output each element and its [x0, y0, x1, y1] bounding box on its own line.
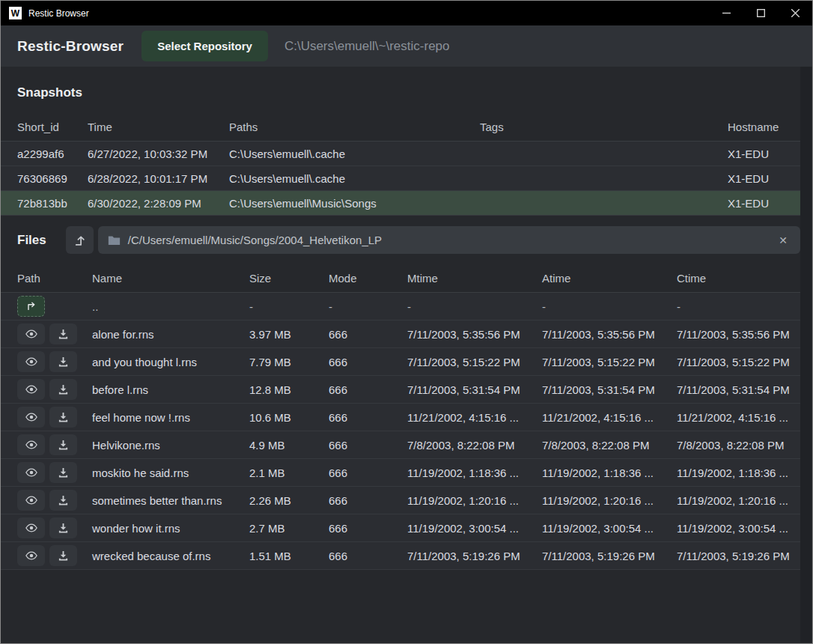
file-name: sometimes better than.rns [92, 494, 249, 507]
file-mtime: 7/11/2003, 5:19:26 PM [407, 550, 542, 562]
col-tags: Tags [480, 121, 728, 133]
download-file-button[interactable] [49, 379, 77, 400]
file-mtime: 11/19/2002, 3:00:54 ... [407, 522, 542, 535]
snapshot-row[interactable]: a2299af6 6/27/2022, 10:03:32 PM C:\Users… [1, 142, 800, 166]
snapshot-time: 6/30/2022, 2:28:09 PM [88, 197, 229, 210]
file-atime: 11/21/2002, 4:15:16 ... [542, 411, 677, 424]
file-row[interactable]: before l.rns 12.8 MB 666 7/11/2003, 5:31… [1, 376, 800, 404]
col-name: Name [92, 272, 249, 285]
close-button[interactable] [778, 1, 812, 25]
file-row[interactable]: sometimes better than.rns 2.26 MB 666 11… [1, 487, 800, 514]
snapshot-hostname: X1-EDU [728, 172, 800, 185]
file-mode: 666 [329, 439, 407, 452]
col-path: Path [17, 272, 92, 285]
close-icon [791, 9, 800, 17]
file-ctime: 7/11/2003, 5:19:26 PM [677, 550, 800, 562]
file-name: and you thought l.rns [92, 356, 249, 368]
preview-file-button[interactable] [17, 434, 45, 455]
maximize-icon [757, 9, 765, 17]
download-file-button[interactable] [49, 407, 77, 428]
snapshot-short-id: 72b813bb [17, 197, 88, 210]
download-file-button[interactable] [49, 517, 77, 538]
snapshot-short-id: 76306869 [17, 172, 88, 185]
preview-file-button[interactable] [17, 379, 45, 400]
download-icon [58, 495, 69, 506]
download-icon [58, 384, 69, 395]
file-atime: 11/19/2002, 1:20:16 ... [542, 494, 677, 507]
file-mtime: 11/19/2002, 1:20:16 ... [407, 494, 542, 507]
snapshot-time: 6/28/2022, 10:01:17 PM [88, 172, 229, 185]
file-row[interactable]: feel home now !.rns 10.6 MB 666 11/21/20… [1, 404, 800, 431]
download-file-button[interactable] [49, 462, 77, 483]
download-file-button[interactable] [49, 351, 77, 372]
path-bar[interactable]: /C/Users/emuell/Music/Songs/2004_Helveti… [98, 226, 800, 254]
go-parent-button[interactable] [17, 296, 45, 317]
path-root-button[interactable] [66, 226, 94, 254]
file-size: - [249, 300, 329, 313]
maximize-button[interactable] [743, 1, 778, 25]
file-size: 4.9 MB [249, 439, 329, 452]
snapshot-row-selected[interactable]: 72b813bb 6/30/2022, 2:28:09 PM C:\Users\… [1, 191, 800, 216]
files-title: Files [17, 233, 46, 248]
col-size: Size [249, 272, 329, 285]
file-name: .. [92, 300, 249, 313]
download-file-button[interactable] [49, 490, 77, 511]
file-size: 2.7 MB [249, 522, 329, 535]
snapshot-hostname: X1-EDU [728, 148, 800, 160]
eye-icon [25, 550, 38, 561]
clear-path-button[interactable]: ✕ [776, 233, 791, 248]
preview-file-button[interactable] [17, 462, 45, 483]
download-file-button[interactable] [49, 323, 77, 344]
eye-icon [25, 329, 38, 339]
current-path[interactable]: /C/Users/emuell/Music/Songs/2004_Helveti… [128, 234, 776, 246]
preview-file-button[interactable] [17, 407, 45, 428]
scrollbar-gutter[interactable] [800, 67, 812, 643]
file-row[interactable]: Helvikone.rns 4.9 MB 666 7/8/2003, 8:22:… [1, 431, 800, 459]
select-repository-button[interactable]: Select Repository [141, 31, 268, 61]
file-ctime: 7/8/2003, 8:22:08 PM [677, 439, 800, 452]
eye-icon [25, 412, 38, 422]
folder-icon [108, 235, 121, 246]
snapshots-table-header: Short_id Time Paths Tags Hostname [1, 113, 800, 142]
preview-file-button[interactable] [17, 351, 45, 372]
snapshot-paths: C:\Users\emuell\Music\Songs [229, 197, 480, 210]
preview-file-button[interactable] [17, 323, 45, 344]
file-size: 12.8 MB [249, 383, 329, 396]
download-file-button[interactable] [49, 545, 77, 566]
preview-file-button[interactable] [17, 517, 45, 538]
file-row[interactable]: wonder how it.rns 2.7 MB 666 11/19/2002,… [1, 514, 800, 542]
parent-directory-row[interactable]: .. - - - - - [1, 293, 800, 321]
files-toolbar: Files /C/Users/emuell/Music/Songs/2004_H… [1, 226, 800, 254]
download-icon [58, 467, 69, 479]
file-ctime: 7/11/2003, 5:35:56 PM [677, 328, 800, 341]
header: Restic-Browser Select Repository C:\User… [1, 25, 812, 67]
col-time: Time [88, 121, 229, 133]
preview-file-button[interactable] [17, 490, 45, 511]
file-mode: 666 [329, 328, 407, 341]
file-ctime: 7/11/2003, 5:31:54 PM [677, 383, 800, 396]
preview-file-button[interactable] [17, 545, 45, 566]
file-ctime: 11/19/2002, 1:18:36 ... [677, 467, 800, 479]
file-row[interactable]: wrecked because of.rns 1.51 MB 666 7/11/… [1, 542, 800, 570]
file-mode: 666 [329, 411, 407, 424]
file-mode: 666 [329, 550, 407, 562]
file-mode: 666 [329, 522, 407, 535]
minimize-icon [722, 9, 731, 17]
file-mtime: 7/11/2003, 5:35:56 PM [407, 328, 542, 341]
file-row[interactable]: moskito he said.rns 2.1 MB 666 11/19/200… [1, 459, 800, 487]
file-size: 7.79 MB [249, 356, 329, 368]
file-row[interactable]: alone for.rns 3.97 MB 666 7/11/2003, 5:3… [1, 321, 800, 348]
eye-icon [25, 356, 38, 367]
file-name: Helvikone.rns [92, 439, 249, 452]
minimize-button[interactable] [709, 1, 743, 25]
file-size: 1.51 MB [249, 550, 329, 562]
col-mtime: Mtime [407, 272, 542, 285]
snapshot-paths: C:\Users\emuell\.cache [229, 148, 480, 160]
col-ctime: Ctime [677, 272, 800, 285]
window-controls [709, 1, 812, 25]
file-ctime: 11/21/2002, 4:15:16 ... [677, 411, 800, 424]
file-row[interactable]: and you thought l.rns 7.79 MB 666 7/11/2… [1, 348, 800, 376]
file-size: 3.97 MB [249, 328, 329, 341]
snapshot-row[interactable]: 76306869 6/28/2022, 10:01:17 PM C:\Users… [1, 166, 800, 191]
download-file-button[interactable] [49, 434, 77, 455]
